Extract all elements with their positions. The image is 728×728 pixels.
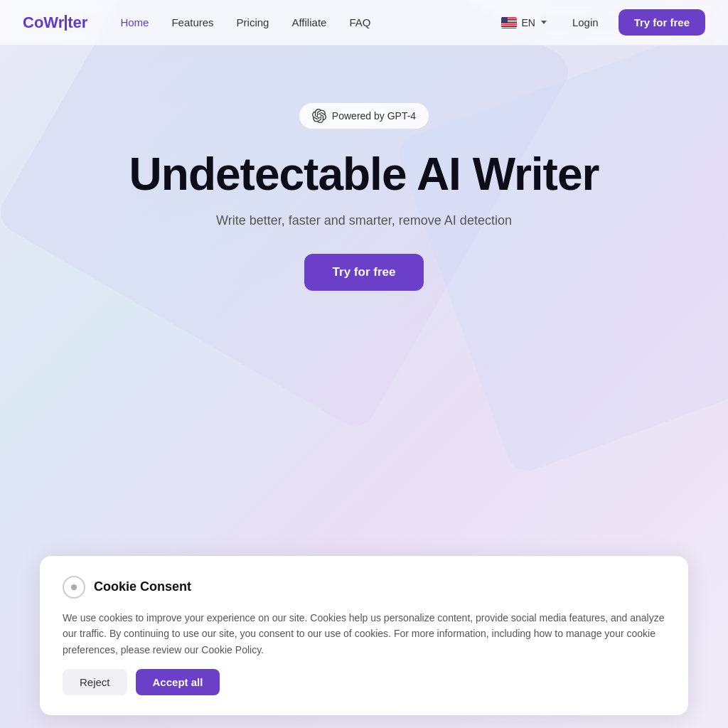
- language-selector[interactable]: EN: [496, 14, 552, 31]
- hero-section: Powered by GPT-4 Undetectable AI Writer …: [0, 46, 728, 291]
- nav-right: EN Login Try for free: [496, 9, 705, 36]
- nav-link-home[interactable]: Home: [110, 12, 159, 33]
- reject-button[interactable]: Reject: [63, 669, 127, 695]
- accept-all-button[interactable]: Accept all: [136, 669, 220, 695]
- logo-cursor-icon: [65, 15, 67, 31]
- nav-left: CoWr ter Home Features Pricing Affiliate…: [23, 12, 380, 33]
- logo-text-prefix: CoWr: [23, 14, 64, 32]
- cookie-icon: [63, 576, 85, 599]
- cookie-icon-dot: [71, 584, 77, 590]
- lang-label: EN: [521, 17, 535, 28]
- login-button[interactable]: Login: [564, 12, 607, 33]
- chevron-down-icon: [541, 21, 547, 24]
- powered-badge: Powered by GPT-4: [299, 102, 429, 129]
- navbar: CoWr ter Home Features Pricing Affiliate…: [0, 0, 728, 46]
- logo-text-suffix: ter: [68, 14, 87, 32]
- nav-links: Home Features Pricing Affiliate FAQ: [110, 12, 380, 33]
- nav-link-features[interactable]: Features: [161, 12, 223, 33]
- cookie-title: Cookie Consent: [94, 579, 191, 594]
- hero-subtitle: Write better, faster and smarter, remove…: [216, 213, 512, 228]
- nav-link-affiliate[interactable]: Affiliate: [282, 12, 336, 33]
- nav-link-pricing[interactable]: Pricing: [227, 12, 279, 33]
- cookie-body-text: We use cookies to improve your experienc…: [63, 610, 665, 658]
- try-free-hero-button[interactable]: Try for free: [304, 254, 424, 291]
- cookie-consent-banner: Cookie Consent We use cookies to improve…: [40, 556, 688, 715]
- logo[interactable]: CoWr ter: [23, 14, 87, 32]
- nav-link-faq[interactable]: FAQ: [339, 12, 380, 33]
- openai-icon: [312, 109, 326, 123]
- cookie-actions: Reject Accept all: [63, 669, 665, 695]
- try-free-nav-button[interactable]: Try for free: [619, 9, 705, 36]
- badge-text: Powered by GPT-4: [332, 110, 416, 122]
- hero-title: Undetectable AI Writer: [129, 149, 599, 199]
- flag-icon: [501, 17, 517, 28]
- cookie-header: Cookie Consent: [63, 576, 665, 599]
